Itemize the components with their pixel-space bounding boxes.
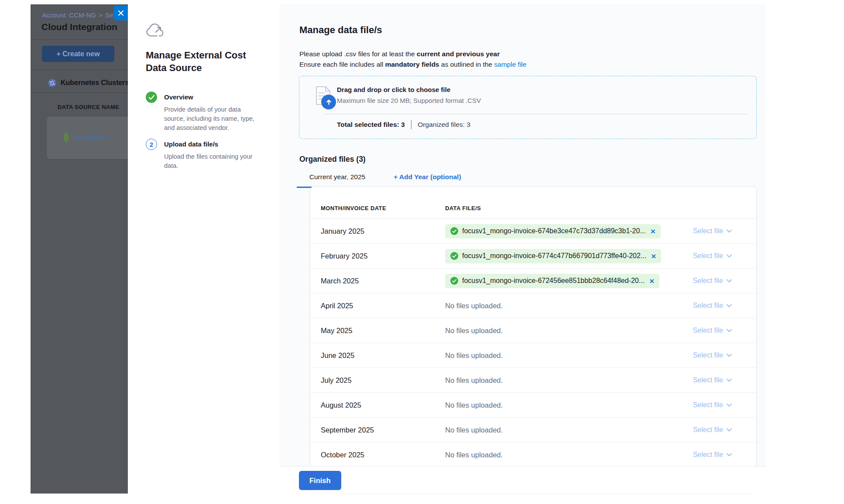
file-cell: No files uploaded.: [445, 327, 693, 335]
file-cell: No files uploaded.: [445, 351, 693, 360]
chevron-down-icon: [727, 453, 732, 456]
table-row: May 2025 No files uploaded. Select file: [310, 318, 756, 343]
arrow-up-icon: [326, 99, 332, 106]
mongodb-leaf-icon: [63, 131, 69, 144]
step-upload-data-files[interactable]: 2 Upload data file/s Upload the files co…: [146, 139, 260, 170]
content-title: Manage data file/s: [299, 24, 382, 36]
table-header: MONTH/INVOICE DATE DATA FILE/S: [310, 187, 756, 219]
month-label: May 2025: [321, 327, 445, 335]
add-year-button[interactable]: + Add Year (optional): [394, 169, 461, 188]
chevron-down-icon: [727, 428, 732, 432]
month-label: October 2025: [321, 451, 445, 459]
select-file-dropdown[interactable]: Select file: [693, 451, 732, 459]
check-circle-icon: [450, 277, 458, 285]
file-name: focusv1_mongo-invoice-672456ee851bbb28c6…: [462, 277, 645, 285]
select-file-dropdown[interactable]: Select file: [693, 302, 732, 310]
select-file-dropdown[interactable]: Select file: [693, 376, 732, 384]
select-file-label: Select file: [693, 327, 723, 334]
step-description: Upload the files containing your data.: [164, 152, 260, 170]
file-cell: focusv1_mongo-invoice-6774c477b667901d77…: [445, 249, 693, 263]
select-file-dropdown[interactable]: Select file: [693, 426, 732, 434]
step-overview[interactable]: Overview Provide details of your data so…: [146, 92, 260, 133]
month-label: January 2025: [321, 227, 445, 235]
select-file-label: Select file: [693, 227, 723, 235]
table-row: October 2025 No files uploaded. Select f…: [310, 443, 756, 467]
table-row: August 2025 No files uploaded. Select fi…: [310, 393, 756, 418]
data-source-row[interactable]: test-jbisht: [47, 117, 128, 159]
select-file-dropdown[interactable]: Select file: [693, 351, 732, 359]
remove-file-icon[interactable]: ×: [648, 277, 654, 285]
no-files-text: No files uploaded.: [445, 351, 503, 360]
file-chip: focusv1_mongo-invoice-674be3ce47c73d37dd…: [445, 224, 661, 238]
manage-data-source-drawer: Manage External Cost Data Source Overvie…: [128, 4, 766, 494]
organized-files-heading: Organized files (3): [299, 155, 366, 164]
chevron-down-icon: [727, 254, 732, 258]
year-tabs: Current year, 2025 + Add Year (optional): [297, 169, 461, 188]
create-new-button[interactable]: + Create new: [42, 46, 114, 62]
page-title: Cloud Integration: [41, 22, 117, 32]
file-chip: focusv1_mongo-invoice-672456ee851bbb28c6…: [445, 274, 659, 288]
intro-text-normal: as outlined in the: [439, 61, 494, 68]
step-label: Upload data file/s: [164, 139, 260, 148]
finish-button[interactable]: Finish: [299, 471, 341, 490]
chevron-down-icon: [727, 229, 732, 233]
step-complete-icon: [146, 92, 157, 103]
organized-files-count: Organized files: 3: [418, 121, 470, 129]
divider: [31, 39, 128, 40]
step-description: Provide details of your data source, inc…: [164, 105, 260, 133]
file-dropzone[interactable]: Drag and drop or click to choose file Ma…: [299, 76, 757, 139]
month-label: August 2025: [321, 401, 445, 409]
table-row: February 2025 focusv1_mongo-invoice-6774…: [310, 244, 756, 269]
close-drawer-button[interactable]: [113, 6, 128, 20]
intro-text-normal: Ensure each file includes all: [299, 61, 385, 68]
intro-line-2: Ensure each file includes all mandatory …: [299, 59, 526, 70]
check-circle-icon: [450, 252, 458, 260]
table-row: January 2025 focusv1_mongo-invoice-674be…: [310, 219, 756, 244]
file-name: focusv1_mongo-invoice-674be3ce47c73d37dd…: [462, 227, 646, 235]
chevron-down-icon: [727, 329, 732, 332]
chevron-down-icon: [727, 279, 732, 283]
select-file-dropdown[interactable]: Select file: [693, 277, 732, 285]
table-row: September 2025 No files uploaded. Select…: [310, 418, 756, 443]
no-files-text: No files uploaded.: [445, 327, 503, 335]
no-files-text: No files uploaded.: [445, 302, 503, 310]
intro-line-1: Please upload .csv files for at least th…: [299, 49, 526, 59]
breadcrumb-account[interactable]: Account: CCM-NG: [42, 11, 96, 19]
sample-file-link[interactable]: sample file: [494, 61, 526, 68]
remove-file-icon[interactable]: ×: [650, 252, 656, 260]
dropzone-separator: [323, 114, 747, 114]
steps-panel: Manage External Cost Data Source Overvie…: [128, 4, 279, 494]
tab-kubernetes-clusters[interactable]: Kubernetes Clusters: [48, 74, 128, 92]
no-files-text: No files uploaded.: [445, 401, 503, 409]
column-header-data-files: DATA FILE/S: [445, 205, 481, 211]
background-page-overlay: Account: CCM-NG>Set Cloud Integration + …: [31, 4, 128, 494]
column-header-data-source-name: DATA SOURCE NAME: [58, 104, 119, 110]
select-file-label: Select file: [693, 376, 723, 384]
kubernetes-icon: [48, 79, 56, 87]
intro-text-normal: Please upload .csv files for at least th…: [299, 50, 417, 58]
breadcrumb[interactable]: Account: CCM-NG>Set: [42, 11, 115, 19]
select-file-label: Select file: [693, 426, 723, 434]
select-file-dropdown[interactable]: Select file: [693, 401, 732, 409]
remove-file-icon[interactable]: ×: [650, 227, 655, 235]
select-file-label: Select file: [693, 451, 723, 459]
intro-text: Please upload .csv files for at least th…: [299, 49, 526, 70]
no-files-text: No files uploaded.: [445, 426, 503, 434]
file-cell: focusv1_mongo-invoice-674be3ce47c73d37dd…: [445, 224, 693, 238]
upload-file-icon: [315, 86, 337, 110]
dropzone-title: Drag and drop or click to choose file: [337, 86, 450, 93]
intro-text-bold: current and previous year: [417, 50, 500, 58]
select-file-dropdown[interactable]: Select file: [693, 327, 732, 334]
select-file-dropdown[interactable]: Select file: [693, 252, 732, 260]
tab-current-year[interactable]: Current year, 2025: [297, 169, 378, 188]
file-cell: No files uploaded.: [445, 376, 693, 385]
select-file-label: Select file: [693, 302, 723, 310]
no-files-text: No files uploaded.: [445, 376, 503, 385]
file-chip: focusv1_mongo-invoice-6774c477b667901d77…: [445, 249, 661, 263]
data-source-link[interactable]: test-jbisht: [75, 134, 107, 142]
divider: [31, 70, 128, 70]
check-circle-icon: [450, 227, 458, 235]
file-cell: No files uploaded.: [445, 302, 693, 310]
select-file-dropdown[interactable]: Select file: [693, 227, 732, 235]
month-label: July 2025: [321, 376, 445, 385]
